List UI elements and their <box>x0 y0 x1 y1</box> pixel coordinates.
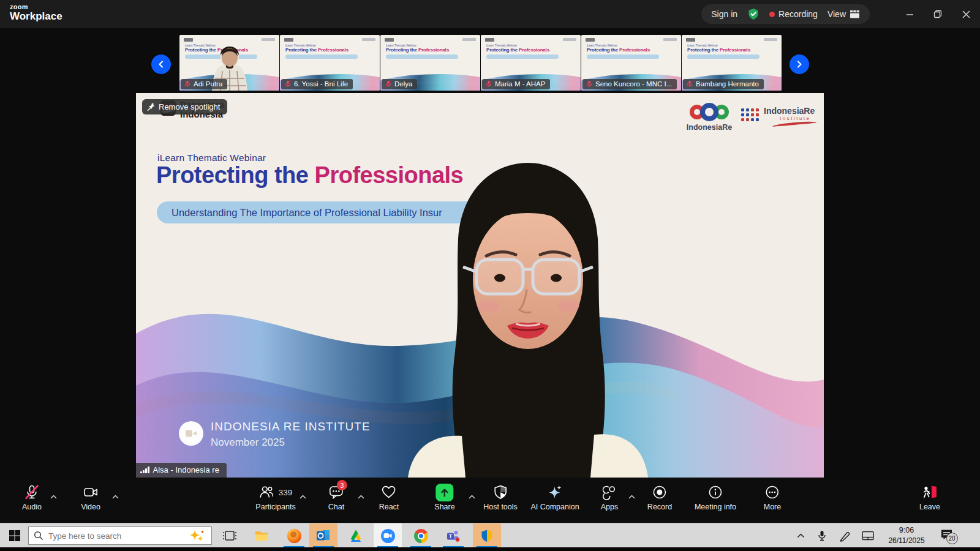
camera-icon <box>185 429 197 438</box>
firefox-icon <box>287 529 301 543</box>
leave-button[interactable]: Leave <box>919 484 940 511</box>
record-button[interactable]: Record <box>647 484 672 511</box>
tray-mic-icon[interactable] <box>813 523 831 548</box>
sign-in-button[interactable]: Sign in <box>711 9 737 19</box>
windows-security-button[interactable] <box>473 523 501 548</box>
ai-companion-button[interactable]: AI Companion <box>530 484 579 511</box>
tray-pen-icon[interactable] <box>835 523 854 548</box>
notification-center-button[interactable]: 20 <box>934 523 959 548</box>
participant-name-tag: 6. Yossi - Bni Life <box>281 79 353 89</box>
security-shield-icon[interactable] <box>747 8 760 20</box>
slide-logo-mark <box>586 38 595 42</box>
share-button[interactable]: Share <box>434 484 454 511</box>
chrome-icon <box>414 529 428 543</box>
chevron-left-icon <box>157 61 165 68</box>
participant-name: Bambang Hermanto <box>696 80 759 88</box>
tray-clock[interactable]: 9:06 26/11/2025 <box>880 525 933 545</box>
mini-slide-title: Protecting the Professionals <box>587 47 650 53</box>
recording-dot-icon <box>769 12 775 17</box>
minimize-button[interactable] <box>895 0 924 28</box>
apps-options-chevron[interactable] <box>628 490 635 501</box>
host-tools-button[interactable]: Host tools <box>483 484 518 511</box>
participants-label: Participants <box>255 503 295 511</box>
svg-text:T: T <box>449 533 453 539</box>
close-button[interactable] <box>952 0 980 28</box>
slide-logo-mark <box>284 38 293 42</box>
slide-logo-mark <box>663 38 677 41</box>
filmstrip-prev-button[interactable] <box>151 54 171 74</box>
footer-org: INDONESIA RE INSTITUTE <box>211 420 371 434</box>
more-button[interactable]: More <box>764 484 781 511</box>
chevron-right-icon <box>796 61 803 68</box>
apps-button[interactable]: Apps <box>601 484 619 511</box>
participant-tile[interactable]: iLearn Thematic Webinar Protecting the P… <box>481 35 581 91</box>
zoom-app-button[interactable] <box>374 523 402 548</box>
task-view-button[interactable] <box>216 523 244 548</box>
spotlight-video[interactable]: Danantara Indonesia Remove spotlight Ind… <box>136 93 824 478</box>
slide-logo-mark <box>764 38 777 41</box>
mini-slide-pill <box>587 54 659 59</box>
zoom-app-icon <box>381 529 395 543</box>
notification-count-badge: 20 <box>946 533 958 544</box>
participant-name: Maria M - AHAP <box>495 80 545 88</box>
video-options-chevron[interactable] <box>112 490 119 501</box>
outlook-button[interactable] <box>309 523 337 548</box>
taskbar-search[interactable] <box>28 527 212 545</box>
zoom-workplace-logo: zoom Workplace <box>10 4 62 21</box>
react-button[interactable]: React <box>379 484 399 511</box>
teams-icon: T <box>446 529 461 542</box>
file-explorer-button[interactable] <box>247 523 276 548</box>
participants-options-chevron[interactable] <box>300 490 306 501</box>
tray-touchpad-icon[interactable] <box>858 523 878 548</box>
muted-mic-icon <box>184 80 191 88</box>
copilot-stars-icon <box>188 529 206 542</box>
institute-label: IndonesiaRe <box>764 107 816 115</box>
chrome-button[interactable] <box>407 523 435 548</box>
windows-taskbar: T 9:06 26/11/2025 20 <box>0 523 980 547</box>
chat-options-chevron[interactable] <box>358 490 364 501</box>
search-input[interactable] <box>48 531 183 541</box>
info-icon <box>707 484 723 500</box>
heart-icon <box>381 484 397 500</box>
muted-mic-icon <box>284 80 292 88</box>
footer-date: November 2025 <box>211 437 371 449</box>
chat-button[interactable]: 3 Chat <box>328 484 344 511</box>
participant-tile[interactable]: iLearn Thematic Webinar Protecting the P… <box>380 35 480 91</box>
firefox-button[interactable] <box>280 523 308 548</box>
meeting-info-button[interactable]: Meeting info <box>695 484 736 511</box>
leave-door-icon <box>921 484 938 500</box>
spotlight-name-tag: Alsa - Indonesia re <box>136 463 227 478</box>
google-drive-button[interactable] <box>342 523 370 548</box>
speaker-portrait <box>399 159 657 478</box>
slide-logo-mark <box>262 38 275 41</box>
host-tools-label: Host tools <box>483 503 518 511</box>
participant-tile[interactable]: iLearn Thematic Webinar Protecting the P… <box>682 35 782 91</box>
slide-logo-mark <box>686 38 695 42</box>
share-options-chevron[interactable] <box>469 490 475 501</box>
apps-icon <box>601 484 617 500</box>
slide-logo-mark <box>563 38 576 41</box>
tray-expand-chevron[interactable] <box>791 523 810 548</box>
audio-options-chevron[interactable] <box>50 490 57 501</box>
teams-button[interactable]: T <box>439 523 467 548</box>
filmstrip-next-button[interactable] <box>790 54 809 74</box>
video-button[interactable]: Video <box>81 484 100 511</box>
restore-button[interactable] <box>924 0 952 28</box>
participant-tile[interactable]: iLearn Thematic Webinar Protecting the P… <box>280 35 380 91</box>
logo-workplace-text: Workplace <box>10 11 62 21</box>
participants-count: 339 <box>279 488 293 497</box>
institute-dot-grid <box>741 108 760 122</box>
react-label: React <box>379 503 399 511</box>
participant-tile[interactable]: iLearn Thematic Webinar Protecting the P… <box>581 35 681 91</box>
security-shield-tray-icon <box>480 529 494 542</box>
recording-indicator[interactable]: Recording <box>769 9 818 19</box>
participant-tile[interactable]: iLearn Thematic Webinar Protecting the P… <box>179 35 279 91</box>
participant-filmstrip: iLearn Thematic Webinar Protecting the P… <box>0 32 980 93</box>
slide-logo-mark <box>184 38 193 42</box>
remove-spotlight-button[interactable]: Remove spotlight <box>142 99 227 114</box>
participants-button[interactable]: 339 Participants <box>255 484 295 511</box>
start-button[interactable] <box>1 523 29 548</box>
audio-button[interactable]: Audio <box>22 484 42 511</box>
view-button[interactable]: View <box>827 9 860 19</box>
participant-name-tag: Bambang Hermanto <box>683 79 764 89</box>
